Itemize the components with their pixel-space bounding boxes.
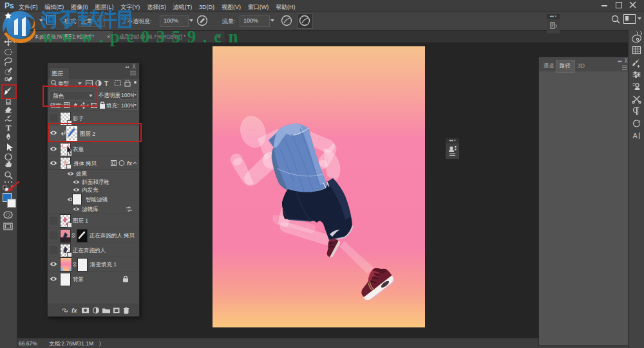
svg-text:T: T xyxy=(6,123,12,133)
svg-text:fx: fx xyxy=(127,160,133,167)
svg-text:A: A xyxy=(633,132,638,140)
svg-text:fx: fx xyxy=(71,307,77,314)
svg-text:T: T xyxy=(104,80,108,87)
